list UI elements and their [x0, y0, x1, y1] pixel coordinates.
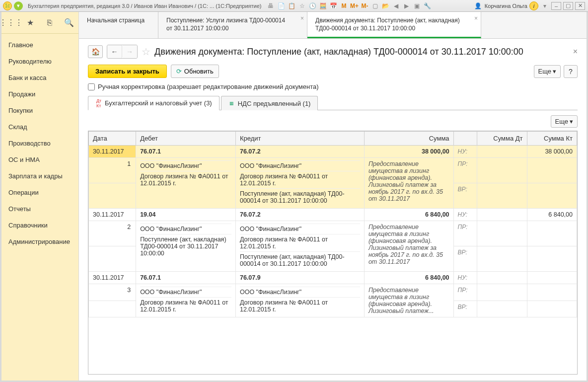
subtab-nds[interactable]: ▦ НДС предъявленный (1) [221, 96, 318, 110]
info-dropdown-icon[interactable]: ▾ [540, 1, 549, 10]
mminus-icon[interactable]: M- [360, 1, 369, 10]
clock-icon[interactable]: 🕓 [308, 1, 317, 10]
table-row[interactable]: 30.11.201776.07.176.07.96 840,00НУ: [89, 272, 577, 284]
cell-desc[interactable]: Предоставление имущества в лизинг (финан… [364, 221, 453, 272]
col-skt[interactable]: Сумма Кт [527, 132, 577, 146]
cell-credit-detail[interactable]: ООО "ФинансЛизинг"Договор лизинга № ФА00… [235, 284, 364, 317]
cell-debit-detail[interactable]: ООО "ФинансЛизинг"Договор лизинга № ФА00… [136, 284, 236, 317]
new-icon[interactable]: ▢ [370, 1, 379, 10]
nav-item-11[interactable]: Справочники [1, 217, 78, 233]
maximize-button[interactable]: ▢ [563, 2, 573, 10]
page-close-icon[interactable]: × [573, 47, 578, 56]
nav-item-12[interactable]: Администрирование [1, 233, 78, 250]
table-row[interactable]: 2ООО "ФинансЛизинг"Поступление (акт, нак… [89, 221, 577, 246]
col-reg[interactable] [453, 132, 477, 146]
home-button[interactable]: 🏠 [88, 45, 103, 58]
cell-credit-acct[interactable]: 76.07.2 [235, 146, 364, 158]
tab-start[interactable]: Начальная страница [79, 12, 158, 38]
cell-debit-detail[interactable]: ООО "ФинансЛизинг"Поступление (акт, накл… [136, 221, 236, 272]
col-date[interactable]: Дата [89, 132, 136, 146]
m-icon[interactable]: M [339, 1, 348, 10]
copy-icon[interactable]: 📄 [277, 1, 286, 10]
cell-date[interactable]: 30.11.2017 [89, 146, 136, 158]
cell-skt[interactable] [527, 272, 577, 284]
favorite-icon[interactable]: ☆ [142, 46, 150, 58]
nav-item-5[interactable]: Склад [1, 119, 78, 135]
nav-item-7[interactable]: ОС и НМА [1, 152, 78, 168]
nav-item-4[interactable]: Покупки [1, 102, 78, 119]
nav-item-8[interactable]: Зарплата и кадры [1, 168, 78, 184]
table-row[interactable]: 3ООО "ФинансЛизинг"Договор лизинга № ФА0… [89, 284, 577, 301]
nav-item-1[interactable]: Руководителю [1, 53, 78, 70]
cell-sum[interactable]: 38 000,00 [364, 146, 453, 158]
open-icon[interactable]: 📂 [381, 1, 390, 10]
mplus-icon[interactable]: M+ [350, 1, 359, 10]
help-button[interactable]: ? [564, 65, 578, 78]
cell-sdt[interactable] [477, 209, 527, 221]
table-row[interactable]: 1ООО "ФинансЛизинг"Договор лизинга № ФА0… [89, 158, 577, 183]
nav-item-0[interactable]: Главное [1, 37, 78, 53]
nav-item-9[interactable]: Операции [1, 184, 78, 201]
cell-credit-detail[interactable]: ООО "ФинансЛизинг"Договор лизинга № ФА00… [235, 158, 364, 209]
cell-credit-acct[interactable]: 76.07.2 [235, 209, 364, 221]
cell-sum[interactable]: 6 840,00 [364, 272, 453, 284]
nav-item-2[interactable]: Банк и касса [1, 70, 78, 86]
nav-item-6[interactable]: Производство [1, 135, 78, 152]
windows-icon[interactable]: ▣ [412, 1, 421, 10]
cell-debit-acct[interactable]: 76.07.1 [136, 146, 236, 158]
cell-skt[interactable]: 6 840,00 [527, 209, 577, 221]
cell-debit-detail[interactable]: ООО "ФинансЛизинг"Договор лизинга № ФА00… [136, 158, 236, 209]
col-sdt[interactable]: Сумма Дт [477, 132, 527, 146]
cell-sum[interactable]: 6 840,00 [364, 209, 453, 221]
cell-desc[interactable]: Предоставление имущества в лизинг (финан… [364, 158, 453, 209]
col-sum[interactable]: Сумма [364, 132, 453, 146]
cell-sdt[interactable] [477, 146, 527, 158]
minimize-button[interactable]: – [551, 2, 561, 10]
cell-index[interactable]: 2 [89, 221, 136, 246]
subtab-accounting[interactable]: ДтКт Бухгалтерский и налоговый учет (3) [88, 96, 220, 110]
manual-edit-checkbox[interactable] [88, 83, 95, 90]
nav-forward-button[interactable]: → [122, 45, 137, 58]
table-more-button[interactable]: Еще▾ [551, 115, 578, 128]
paste-icon[interactable]: 📋 [287, 1, 296, 10]
more-button[interactable]: Еще▾ [534, 65, 561, 78]
refresh-button[interactable]: ⟳ Обновить [171, 65, 219, 78]
dropdown-icon[interactable]: ▾ [14, 1, 23, 10]
postings-table[interactable]: Дата Дебет Кредит Сумма Сумма Дт Сумма К… [88, 131, 578, 375]
cell-skt[interactable]: 38 000,00 [527, 146, 577, 158]
back-icon[interactable]: ◀ [391, 1, 400, 10]
save-close-button[interactable]: Записать и закрыть [88, 65, 167, 78]
sections-icon[interactable]: ⋮⋮⋮ [5, 17, 16, 28]
fav-icon[interactable]: ☆ [297, 1, 306, 10]
cell-date[interactable]: 30.11.2017 [89, 272, 136, 284]
nav-item-3[interactable]: Продажи [1, 86, 78, 102]
col-debit[interactable]: Дебет [136, 132, 236, 146]
cell-date[interactable]: 30.11.2017 [89, 209, 136, 221]
table-row[interactable]: 30.11.201776.07.176.07.238 000,00НУ:38 0… [89, 146, 577, 158]
cell-index[interactable]: 3 [89, 284, 136, 301]
table-row[interactable]: 30.11.201719.0476.07.26 840,00НУ:6 840,0… [89, 209, 577, 221]
nav-item-10[interactable]: Отчеты [1, 201, 78, 217]
cell-desc[interactable]: Предоставление имущества в лизинг (финан… [364, 284, 453, 317]
tab-close-icon[interactable]: × [474, 15, 478, 22]
cell-credit-acct[interactable]: 76.07.9 [235, 272, 364, 284]
fwd-icon[interactable]: ▶ [402, 1, 411, 10]
cell-debit-acct[interactable]: 76.07.1 [136, 272, 236, 284]
nav-back-button[interactable]: ← [107, 45, 122, 58]
print-icon[interactable]: 🖶 [266, 1, 275, 10]
tab-close-icon[interactable]: × [300, 15, 304, 22]
cell-debit-acct[interactable]: 19.04 [136, 209, 236, 221]
star-icon[interactable]: ★ [25, 17, 36, 28]
search-icon[interactable]: 🔍 [64, 17, 74, 28]
info-icon[interactable]: i [529, 1, 538, 10]
tab-movements[interactable]: Движения документа: Поступление (акт, на… [307, 12, 481, 38]
close-button[interactable]: ✕ [575, 2, 585, 10]
user-name[interactable]: Корчагина Ольга [485, 3, 527, 9]
col-credit[interactable]: Кредит [235, 132, 364, 146]
history-icon[interactable]: ⎘ [44, 17, 55, 28]
tab-receipt[interactable]: Поступление: Услуги лизинга ТД00-000014о… [158, 12, 307, 38]
calendar-icon[interactable]: 📅 [329, 1, 338, 10]
cell-credit-detail[interactable]: ООО "ФинансЛизинг"Договор лизинга № ФА00… [235, 221, 364, 272]
tools-icon[interactable]: 🔧 [423, 1, 432, 10]
calc-icon[interactable]: 🧮 [318, 1, 327, 10]
